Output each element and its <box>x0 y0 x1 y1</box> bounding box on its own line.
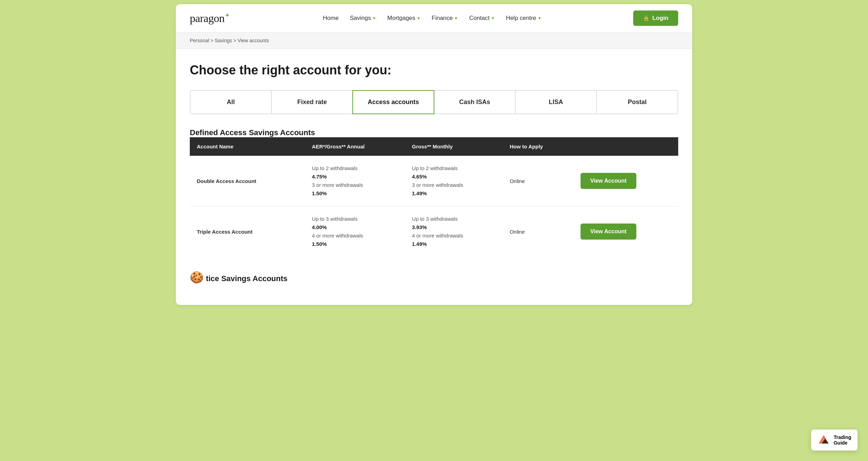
logo[interactable]: paragon ✦ <box>190 12 231 25</box>
accounts-table: Account Name AER*/Gross** Annual Gross**… <box>190 137 678 257</box>
aer-annual-triple: Up to 3 withdrawals 4.00% 4 or more with… <box>305 206 405 257</box>
tab-lisa[interactable]: LISA <box>515 90 597 114</box>
table-body: Double Access Account Up to 2 withdrawal… <box>190 156 678 257</box>
login-button[interactable]: 🔒 Login <box>633 10 678 26</box>
nav-finance[interactable]: Finance ▼ <box>432 15 458 22</box>
gross-monthly-triple: Up to 3 withdrawals 3.93% 4 or more with… <box>405 206 503 257</box>
how-to-apply-double: Online <box>503 156 574 206</box>
nav-savings[interactable]: Savings ▼ <box>350 15 376 22</box>
nav-mortgages[interactable]: Mortgages ▼ <box>387 15 420 22</box>
tab-postal[interactable]: Postal <box>596 90 678 114</box>
how-to-apply-triple: Online <box>503 206 574 257</box>
lock-icon: 🔒 <box>643 15 650 21</box>
col-gross-monthly: Gross** Monthly <box>405 137 503 156</box>
breadcrumb: Personal > Savings > View accounts <box>190 38 269 43</box>
filter-tabs: All Fixed rate Access accounts Cash ISAs… <box>190 90 678 114</box>
tab-fixed-rate[interactable]: Fixed rate <box>271 90 353 114</box>
trading-guide-icon <box>817 434 830 446</box>
chevron-down-icon: ▼ <box>372 16 376 20</box>
nav-home[interactable]: Home <box>323 15 338 22</box>
chevron-down-icon: ▼ <box>491 16 495 20</box>
section-title-defined-access: Defined Access Savings Accounts <box>190 128 678 137</box>
nav-help-centre[interactable]: Help centre ▼ <box>506 15 541 22</box>
main-nav: Home Savings ▼ Mortgages ▼ Finance ▼ Con… <box>323 15 541 22</box>
col-account-name: Account Name <box>190 137 305 156</box>
cta-triple: View Account <box>574 206 678 257</box>
logo-leaf-icon: ✦ <box>225 12 230 19</box>
account-name-triple: Triple Access Account <box>190 206 305 257</box>
gross-monthly-double: Up to 2 withdrawals 4.65% 3 or more with… <box>405 156 503 206</box>
page-wrapper: paragon ✦ Home Savings ▼ Mortgages ▼ Fin… <box>0 0 868 461</box>
main-content: Choose the right account for you: All Fi… <box>176 49 692 305</box>
col-aer-annual: AER*/Gross** Annual <box>305 137 405 156</box>
aer-annual-double: Up to 2 withdrawals 4.75% 3 or more with… <box>305 156 405 206</box>
breadcrumb-bar: Personal > Savings > View accounts <box>176 32 692 49</box>
cta-double: View Account <box>574 156 678 206</box>
tab-all[interactable]: All <box>190 90 272 114</box>
main-card: paragon ✦ Home Savings ▼ Mortgages ▼ Fin… <box>176 4 692 305</box>
table-header: Account Name AER*/Gross** Annual Gross**… <box>190 137 678 156</box>
tab-cash-isas[interactable]: Cash ISAs <box>434 90 516 114</box>
chevron-down-icon: ▼ <box>538 16 541 20</box>
logo-text: paragon <box>190 12 225 25</box>
col-how-to-apply: How to Apply <box>503 137 574 156</box>
view-account-button-triple[interactable]: View Account <box>581 224 636 240</box>
chevron-down-icon: ▼ <box>417 16 420 20</box>
site-header: paragon ✦ Home Savings ▼ Mortgages ▼ Fin… <box>176 4 692 32</box>
chevron-down-icon: ▼ <box>454 16 458 20</box>
table-row: Triple Access Account Up to 3 withdrawal… <box>190 206 678 257</box>
page-title: Choose the right account for you: <box>190 63 678 78</box>
trading-guide-label: Trading Guide <box>833 434 851 446</box>
trading-guide-widget[interactable]: Trading Guide <box>811 430 858 451</box>
col-cta <box>574 137 678 156</box>
nav-contact[interactable]: Contact ▼ <box>469 15 495 22</box>
account-name-double: Double Access Account <box>190 156 305 206</box>
table-row: Double Access Account Up to 2 withdrawal… <box>190 156 678 206</box>
tab-access-accounts[interactable]: Access accounts <box>352 90 434 114</box>
bottom-section-title: 🍪 tice Savings Accounts <box>190 271 678 284</box>
view-account-button-double[interactable]: View Account <box>581 173 636 189</box>
